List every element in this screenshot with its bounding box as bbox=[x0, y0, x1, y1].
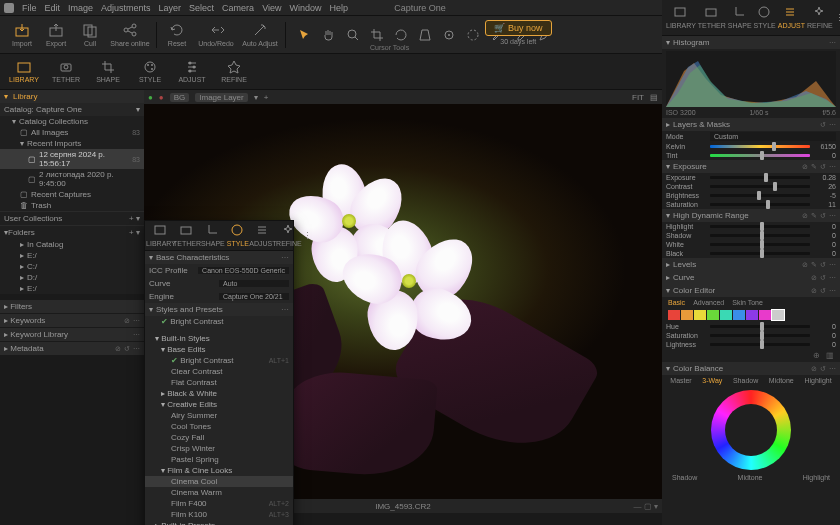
hdr-header[interactable]: ▾High Dynamic Range⊘✎↺⋯ bbox=[662, 209, 840, 222]
shadow-slider[interactable]: Shadow0 bbox=[662, 231, 840, 240]
add-layer-icon[interactable]: + bbox=[264, 93, 269, 102]
style-item[interactable]: Cinema Warm bbox=[145, 487, 293, 498]
catalog-collections-node[interactable]: ▾Catalog Collections bbox=[0, 116, 144, 127]
color-swatch[interactable] bbox=[720, 310, 732, 320]
lightness-slider[interactable]: Lightness0 bbox=[662, 340, 840, 349]
color-swatch[interactable] bbox=[733, 310, 745, 320]
white-slider[interactable]: White0 bbox=[662, 240, 840, 249]
mode-library[interactable]: LIBRARY bbox=[4, 60, 44, 83]
curve-header[interactable]: ▸Curve⊘↺⋯ bbox=[662, 271, 840, 284]
popup-overflow-icon[interactable]: ⋮ bbox=[303, 231, 312, 241]
popup-mode-library[interactable]: LIBRARY bbox=[149, 224, 173, 247]
popup-mode-shape[interactable]: SHAPE bbox=[201, 224, 225, 247]
pointer-tool-icon[interactable] bbox=[298, 28, 312, 42]
cb-tab-highlight[interactable]: Highlight bbox=[804, 377, 831, 384]
folders-header[interactable]: ▾Folders+ ▾ bbox=[0, 225, 144, 239]
more-icon[interactable]: ⋯ bbox=[829, 121, 836, 129]
menu-edit[interactable]: Edit bbox=[45, 3, 61, 13]
fit-label[interactable]: FIT bbox=[632, 93, 644, 102]
trash-node[interactable]: 🗑Trash bbox=[0, 200, 144, 211]
menu-file[interactable]: File bbox=[22, 3, 37, 13]
cb-tab-midtone[interactable]: Midtone bbox=[769, 377, 794, 384]
add-icon[interactable]: + ▾ bbox=[129, 228, 140, 237]
library-header[interactable]: ▾Library bbox=[0, 90, 144, 103]
image-layer-tag[interactable]: Image Layer bbox=[195, 93, 247, 102]
pin-icon[interactable]: ⊘ bbox=[811, 274, 817, 282]
rmode-style[interactable]: STYLE bbox=[754, 6, 776, 29]
curve-row[interactable]: CurveAuto bbox=[145, 277, 293, 290]
bw-node[interactable]: ▸ Black & White bbox=[145, 388, 293, 399]
pin-icon[interactable]: ⊘ bbox=[811, 365, 817, 373]
icc-profile-row[interactable]: ICC ProfileCanon EOS-550D Generic bbox=[145, 264, 293, 277]
popup-mode-refine[interactable]: REFINE bbox=[277, 224, 301, 247]
popup-mode-adjust[interactable]: ADJUST bbox=[251, 224, 275, 247]
folder-node[interactable]: ▸E:/ bbox=[0, 283, 144, 294]
style-item[interactable]: Film F400ALT+2 bbox=[145, 498, 293, 509]
style-item[interactable]: Crisp Winter bbox=[145, 443, 293, 454]
histogram-header[interactable]: ▾Histogram⋯ bbox=[662, 36, 840, 49]
reset-icon[interactable]: ↺ bbox=[820, 261, 826, 269]
saturation-slider[interactable]: Saturation11 bbox=[662, 200, 840, 209]
color-swatch[interactable] bbox=[681, 310, 693, 320]
menu-layer[interactable]: Layer bbox=[159, 3, 182, 13]
add-icon[interactable]: + ▾ bbox=[129, 214, 140, 223]
reset-icon[interactable]: ↺ bbox=[820, 212, 826, 220]
hand-tool-icon[interactable] bbox=[322, 28, 336, 42]
more-icon[interactable]: ⋯ bbox=[829, 212, 836, 220]
recent-imports-node[interactable]: ▾Recent Imports bbox=[0, 138, 144, 149]
rmode-shape[interactable]: SHAPE bbox=[728, 6, 752, 29]
ce-tab-skin[interactable]: Skin Tone bbox=[732, 299, 763, 306]
creative-edits-node[interactable]: ▾ Creative Edits bbox=[145, 399, 293, 410]
more-icon[interactable]: ⋯ bbox=[133, 331, 140, 339]
color-swatch[interactable] bbox=[759, 310, 771, 320]
export-button[interactable]: Export bbox=[40, 22, 72, 47]
auto-adjust-button[interactable]: Auto Adjust bbox=[239, 22, 281, 47]
folder-node[interactable]: ▸C:/ bbox=[0, 261, 144, 272]
reset-icon[interactable]: ↺ bbox=[820, 365, 826, 373]
kelvin-slider[interactable]: Kelvin6150 bbox=[662, 142, 840, 151]
keystone-tool-icon[interactable] bbox=[418, 28, 432, 42]
tint-slider[interactable]: Tint0 bbox=[662, 151, 840, 160]
exposure-header[interactable]: ▾Exposure⊘✎↺⋯ bbox=[662, 160, 840, 173]
color-wheel[interactable] bbox=[711, 390, 791, 470]
cull-button[interactable]: Cull bbox=[74, 22, 106, 47]
saturation2-slider[interactable]: Saturation0 bbox=[662, 331, 840, 340]
exposure-slider[interactable]: Exposure0.28 bbox=[662, 173, 840, 182]
style-item[interactable]: Flat Contrast bbox=[145, 377, 293, 388]
folder-node[interactable]: ▸E:/ bbox=[0, 250, 144, 261]
rmode-tether[interactable]: TETHER bbox=[698, 6, 726, 29]
wand-icon[interactable]: ✎ bbox=[811, 212, 817, 220]
layer-dropdown-icon[interactable]: ▾ bbox=[254, 93, 258, 102]
reset-icon[interactable]: ↺ bbox=[820, 287, 826, 295]
recent-captures-node[interactable]: ▢Recent Captures bbox=[0, 189, 144, 200]
import-session-node[interactable]: ▢2 листопада 2020 р. 9:45:00 bbox=[0, 169, 144, 189]
highlight-slider[interactable]: Highlight0 bbox=[662, 222, 840, 231]
more-icon[interactable]: ⋯ bbox=[829, 261, 836, 269]
buy-now-button[interactable]: 🛒Buy now bbox=[485, 20, 552, 36]
reset-icon[interactable]: ↺ bbox=[820, 121, 826, 129]
reset-icon[interactable]: ↺ bbox=[820, 163, 826, 171]
menu-window[interactable]: Window bbox=[289, 3, 321, 13]
color-swatch[interactable] bbox=[694, 310, 706, 320]
base-characteristics-header[interactable]: ▾Base Characteristics⋯ bbox=[145, 251, 293, 264]
reset-icon[interactable]: ↺ bbox=[820, 274, 826, 282]
mode-adjust[interactable]: ADJUST bbox=[172, 60, 212, 83]
more-icon[interactable]: ⋯ bbox=[829, 163, 836, 171]
viewer-menu-icon[interactable]: ▤ bbox=[650, 93, 658, 102]
mode-shape[interactable]: SHAPE bbox=[88, 60, 128, 83]
cb-tab-master[interactable]: Master bbox=[670, 377, 691, 384]
rmode-library[interactable]: LIBRARY bbox=[666, 6, 696, 29]
pin-icon[interactable]: ⊘ bbox=[802, 212, 808, 220]
menu-view[interactable]: View bbox=[262, 3, 281, 13]
layers-masks-header[interactable]: ▸Layers & Masks↺⋯ bbox=[662, 118, 840, 131]
wand-icon[interactable]: ✎ bbox=[811, 261, 817, 269]
mode-selector[interactable]: ModeCustom bbox=[662, 131, 840, 142]
pin-icon[interactable]: ⊘ bbox=[802, 163, 808, 171]
style-item[interactable]: Pastel Spring bbox=[145, 454, 293, 465]
metadata-section[interactable]: ▸ Metadata⊘↺⋯ bbox=[0, 342, 144, 356]
reset-button[interactable]: Reset bbox=[161, 22, 193, 47]
share-button[interactable]: Share online bbox=[108, 22, 152, 47]
keyword-library-section[interactable]: ▸ Keyword Library⋯ bbox=[0, 328, 144, 342]
menu-image[interactable]: Image bbox=[68, 3, 93, 13]
folder-node[interactable]: ▸D:/ bbox=[0, 272, 144, 283]
